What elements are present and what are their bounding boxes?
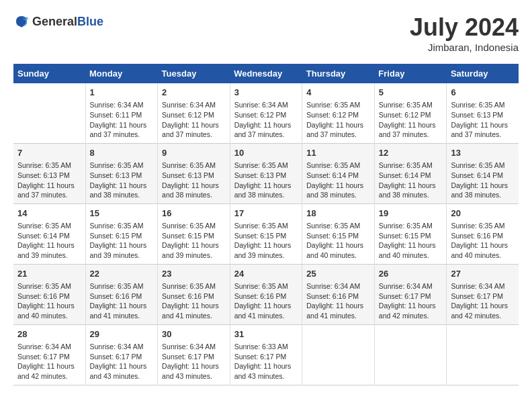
day-header-saturday: Saturday [447, 64, 519, 83]
day-info: Sunrise: 6:35 AM Sunset: 6:12 PM Dayligh… [306, 100, 370, 140]
day-number: 3 [234, 87, 298, 99]
day-number: 11 [306, 147, 370, 159]
calendar-week-row: 28Sunrise: 6:34 AM Sunset: 6:17 PM Dayli… [13, 324, 519, 385]
day-number: 19 [379, 208, 443, 220]
calendar-week-row: 21Sunrise: 6:35 AM Sunset: 6:16 PM Dayli… [13, 264, 519, 324]
day-number: 27 [451, 268, 515, 280]
calendar-cell: 12Sunrise: 6:35 AM Sunset: 6:14 PM Dayli… [374, 143, 447, 203]
calendar-cell: 10Sunrise: 6:35 AM Sunset: 6:13 PM Dayli… [230, 143, 302, 203]
calendar-cell [302, 324, 375, 385]
calendar-cell: 5Sunrise: 6:35 AM Sunset: 6:12 PM Daylig… [374, 83, 447, 143]
logo-text: GeneralBlue [32, 15, 103, 29]
calendar-cell: 28Sunrise: 6:34 AM Sunset: 6:17 PM Dayli… [13, 324, 85, 385]
day-number: 20 [451, 208, 515, 220]
calendar-cell: 11Sunrise: 6:35 AM Sunset: 6:14 PM Dayli… [302, 143, 375, 203]
day-number: 29 [90, 328, 154, 340]
day-info: Sunrise: 6:34 AM Sunset: 6:12 PM Dayligh… [162, 100, 226, 140]
calendar-cell: 7Sunrise: 6:35 AM Sunset: 6:13 PM Daylig… [13, 143, 85, 203]
calendar-cell: 14Sunrise: 6:35 AM Sunset: 6:14 PM Dayli… [13, 203, 85, 264]
day-info: Sunrise: 6:35 AM Sunset: 6:15 PM Dayligh… [162, 221, 226, 261]
calendar-cell: 6Sunrise: 6:35 AM Sunset: 6:13 PM Daylig… [447, 83, 519, 143]
day-number: 9 [162, 147, 226, 159]
calendar-week-row: 1Sunrise: 6:34 AM Sunset: 6:11 PM Daylig… [13, 83, 519, 143]
calendar-cell: 23Sunrise: 6:35 AM Sunset: 6:16 PM Dayli… [158, 264, 230, 324]
day-number: 16 [162, 208, 226, 220]
day-info: Sunrise: 6:35 AM Sunset: 6:13 PM Dayligh… [451, 100, 515, 140]
day-info: Sunrise: 6:35 AM Sunset: 6:12 PM Dayligh… [379, 100, 443, 140]
day-number: 2 [162, 87, 226, 99]
day-number: 28 [17, 328, 81, 340]
calendar-cell: 20Sunrise: 6:35 AM Sunset: 6:16 PM Dayli… [447, 203, 519, 264]
calendar-cell: 1Sunrise: 6:34 AM Sunset: 6:11 PM Daylig… [85, 83, 158, 143]
calendar-cell: 16Sunrise: 6:35 AM Sunset: 6:15 PM Dayli… [158, 203, 230, 264]
day-number: 6 [451, 87, 515, 99]
day-info: Sunrise: 6:34 AM Sunset: 6:17 PM Dayligh… [90, 342, 154, 381]
calendar-table: SundayMondayTuesdayWednesdayThursdayFrid… [13, 64, 519, 385]
calendar-cell: 9Sunrise: 6:35 AM Sunset: 6:13 PM Daylig… [158, 143, 230, 203]
title-block: July 2024 Jimbaran, Indonesia [410, 13, 519, 53]
calendar-cell [13, 83, 85, 143]
calendar-cell: 18Sunrise: 6:35 AM Sunset: 6:15 PM Dayli… [302, 203, 375, 264]
logo-icon [13, 13, 30, 30]
location-subtitle: Jimbaran, Indonesia [410, 42, 519, 53]
calendar-cell: 22Sunrise: 6:35 AM Sunset: 6:16 PM Dayli… [85, 264, 158, 324]
day-info: Sunrise: 6:35 AM Sunset: 6:14 PM Dayligh… [17, 221, 81, 261]
day-info: Sunrise: 6:35 AM Sunset: 6:14 PM Dayligh… [379, 161, 443, 200]
calendar-cell: 31Sunrise: 6:33 AM Sunset: 6:17 PM Dayli… [230, 324, 302, 385]
day-number: 30 [162, 328, 226, 340]
day-info: Sunrise: 6:35 AM Sunset: 6:16 PM Dayligh… [451, 221, 515, 261]
day-header-sunday: Sunday [13, 64, 85, 83]
day-header-friday: Friday [374, 64, 447, 83]
calendar-cell: 27Sunrise: 6:34 AM Sunset: 6:17 PM Dayli… [447, 264, 519, 324]
day-info: Sunrise: 6:35 AM Sunset: 6:15 PM Dayligh… [379, 221, 443, 261]
calendar-cell: 13Sunrise: 6:35 AM Sunset: 6:14 PM Dayli… [447, 143, 519, 203]
day-info: Sunrise: 6:34 AM Sunset: 6:17 PM Dayligh… [379, 281, 443, 321]
day-header-wednesday: Wednesday [230, 64, 302, 83]
day-number: 10 [234, 147, 298, 159]
calendar-week-row: 14Sunrise: 6:35 AM Sunset: 6:14 PM Dayli… [13, 203, 519, 264]
calendar-cell: 21Sunrise: 6:35 AM Sunset: 6:16 PM Dayli… [13, 264, 85, 324]
calendar-cell: 2Sunrise: 6:34 AM Sunset: 6:12 PM Daylig… [158, 83, 230, 143]
day-header-monday: Monday [85, 64, 158, 83]
logo-general: General [32, 15, 77, 28]
day-header-tuesday: Tuesday [158, 64, 230, 83]
day-info: Sunrise: 6:35 AM Sunset: 6:15 PM Dayligh… [90, 221, 154, 261]
day-number: 5 [379, 87, 443, 99]
day-info: Sunrise: 6:35 AM Sunset: 6:14 PM Dayligh… [451, 161, 515, 200]
day-info: Sunrise: 6:35 AM Sunset: 6:13 PM Dayligh… [234, 161, 298, 200]
day-info: Sunrise: 6:35 AM Sunset: 6:14 PM Dayligh… [306, 161, 370, 200]
day-number: 24 [234, 268, 298, 280]
calendar-cell: 4Sunrise: 6:35 AM Sunset: 6:12 PM Daylig… [302, 83, 375, 143]
day-info: Sunrise: 6:35 AM Sunset: 6:16 PM Dayligh… [162, 281, 226, 321]
calendar-cell [374, 324, 447, 385]
day-info: Sunrise: 6:35 AM Sunset: 6:13 PM Dayligh… [162, 161, 226, 200]
day-number: 1 [90, 87, 154, 99]
calendar-cell: 3Sunrise: 6:34 AM Sunset: 6:12 PM Daylig… [230, 83, 302, 143]
day-number: 7 [17, 147, 81, 159]
day-number: 23 [162, 268, 226, 280]
day-info: Sunrise: 6:35 AM Sunset: 6:16 PM Dayligh… [90, 281, 154, 321]
day-info: Sunrise: 6:35 AM Sunset: 6:16 PM Dayligh… [17, 281, 81, 321]
day-number: 18 [306, 208, 370, 220]
day-info: Sunrise: 6:34 AM Sunset: 6:17 PM Dayligh… [451, 281, 515, 321]
logo-blue: Blue [77, 15, 103, 28]
calendar-cell: 30Sunrise: 6:34 AM Sunset: 6:17 PM Dayli… [158, 324, 230, 385]
calendar-header-row: SundayMondayTuesdayWednesdayThursdayFrid… [13, 64, 519, 83]
logo: GeneralBlue [13, 13, 103, 30]
day-info: Sunrise: 6:34 AM Sunset: 6:12 PM Dayligh… [234, 100, 298, 140]
calendar-cell: 17Sunrise: 6:35 AM Sunset: 6:15 PM Dayli… [230, 203, 302, 264]
day-info: Sunrise: 6:34 AM Sunset: 6:16 PM Dayligh… [306, 281, 370, 321]
day-number: 17 [234, 208, 298, 220]
day-number: 14 [17, 208, 81, 220]
calendar-cell: 8Sunrise: 6:35 AM Sunset: 6:13 PM Daylig… [85, 143, 158, 203]
day-info: Sunrise: 6:34 AM Sunset: 6:17 PM Dayligh… [17, 342, 81, 381]
day-info: Sunrise: 6:35 AM Sunset: 6:13 PM Dayligh… [17, 161, 81, 200]
day-info: Sunrise: 6:34 AM Sunset: 6:11 PM Dayligh… [90, 100, 154, 140]
calendar-cell: 25Sunrise: 6:34 AM Sunset: 6:16 PM Dayli… [302, 264, 375, 324]
day-number: 15 [90, 208, 154, 220]
day-number: 22 [90, 268, 154, 280]
day-info: Sunrise: 6:35 AM Sunset: 6:15 PM Dayligh… [234, 221, 298, 261]
day-number: 8 [90, 147, 154, 159]
day-number: 25 [306, 268, 370, 280]
day-info: Sunrise: 6:34 AM Sunset: 6:17 PM Dayligh… [162, 342, 226, 381]
